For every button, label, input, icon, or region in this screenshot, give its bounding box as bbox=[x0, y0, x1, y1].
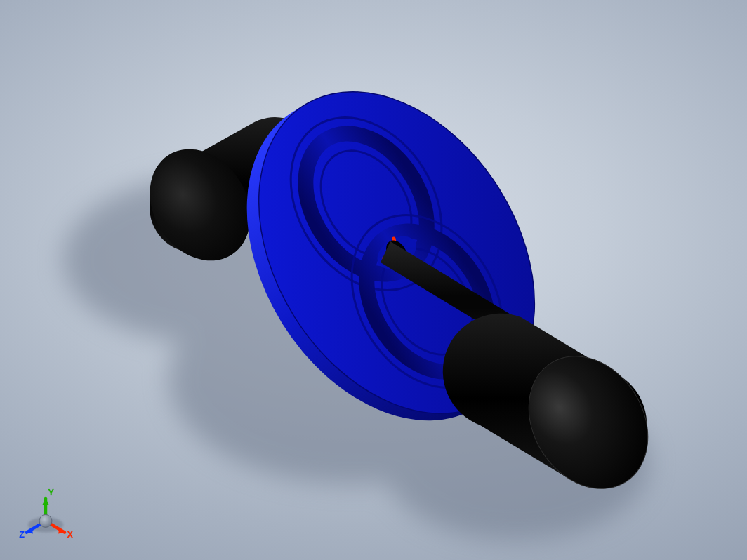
triad-hub bbox=[39, 514, 52, 527]
axis-y-label: Y bbox=[48, 488, 55, 498]
svg-marker-22 bbox=[43, 498, 49, 505]
triad-svg: Z X Y bbox=[14, 486, 77, 549]
cad-viewport[interactable] bbox=[0, 0, 747, 560]
view-triad[interactable]: Z X Y bbox=[14, 486, 77, 549]
axis-z-label: Z bbox=[19, 530, 25, 540]
axis-x-label: X bbox=[67, 530, 74, 540]
scene-svg bbox=[0, 0, 747, 560]
